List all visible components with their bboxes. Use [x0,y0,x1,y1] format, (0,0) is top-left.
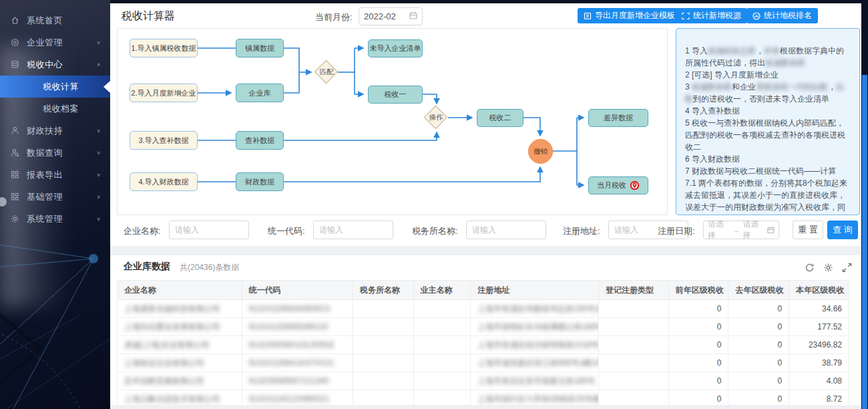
fullscreen-icon[interactable] [842,263,853,273]
instruction-line: 7.1 两个表都有的数据，分别将其8个税加起来减去留抵退，其误差小于一的直接进税… [685,177,851,215]
flow-match-diamond[interactable]: 匹配 [314,60,339,84]
column-header: 本年区级税收 [789,281,849,300]
sidebar-item-tax-center[interactable]: 税收中心∧ [0,53,110,76]
flow-tax-two[interactable]: 税收二 [477,109,523,127]
gear-icon[interactable] [823,263,834,273]
filter-reg-date-label: 注册日期: [658,225,695,237]
table-cell: 9131011956343505CX [242,300,353,318]
sidebar-item-label: 企业管理 [27,37,96,49]
instruction-line: 2 [可选] 导入月度新增企业 [685,69,851,81]
table-cell: 鼎诚(上海)实业有限公司 [118,336,242,354]
instruction-line: 4 导入查补数据 [685,105,851,117]
refresh-icon[interactable] [805,263,815,273]
table-cell [353,318,413,336]
location-pin-icon [630,180,640,190]
current-month-input[interactable]: 2022-02 [359,7,423,25]
calendar-icon [767,226,775,234]
sidebar-item-tax-archive[interactable]: 税收档案 [0,98,110,120]
table-row: 上海盛基生物科技有限公司9131011956343505CX上海市青浦区华新镇华… [118,300,849,318]
flow-tax-one[interactable]: 税收一 [368,86,423,104]
table-title: 企业库数据 [124,261,170,273]
sidebar-item-report-export[interactable]: 报表导出∨ [0,164,110,186]
table-cell: 38.79 [789,354,849,372]
query-icon [11,148,20,158]
chevron-down-icon: ∨ [96,194,101,200]
current-month-label: 当前月份: [315,11,353,23]
table-cell: 上海市青浦区华新镇华志路155号1幢2层 [471,300,599,318]
flow-operate-diamond[interactable]: 操作 [424,106,448,130]
flow-import-monthly-new[interactable]: 2.导入月度新增企业 [130,84,198,102]
sidebar-item-home[interactable]: 系统首页 [0,9,110,31]
table-cell [413,354,471,372]
flow-import-check-data[interactable]: 3.导入查补数据 [130,131,198,150]
filter-tax-office-input[interactable] [466,221,546,239]
table-cell: 0 [728,300,789,318]
sidebar-item-data-query[interactable]: 数据查询∨ [0,142,110,164]
rank-chart-icon [752,12,761,20]
flow-finance-data[interactable]: 财政数据 [236,172,284,191]
flow-diff-data[interactable]: 差异数据 [588,109,648,127]
table-cell [413,372,471,390]
table-cell: 苏州启航贸易有限公司 [118,372,242,390]
table-cell: 上海市青浦区徐泾镇明珠路1018号 [471,336,599,354]
flow-company-lib[interactable]: 企业库 [236,84,284,102]
sidebar-item-finance-support[interactable]: 财政扶持∨ [0,120,110,142]
filter-reg-date-range[interactable]: 请选择 → 请选择 [703,221,779,239]
current-month-value: 2022-02 [364,11,396,21]
table-cell [353,300,413,318]
sidebar-item-label: 基础管理 [27,191,96,203]
flow-current-month-tax[interactable]: 当月税收 [588,176,648,194]
table-cell: 91310115MA1K47XX21 [242,354,353,372]
filter-company-name-input[interactable] [169,221,249,239]
instructions-panel: 1 导入镇属税收总表，并按根据数据字典中的所属性代码过滤，得出镇属数据表2 [可… [676,28,860,215]
table-cell: 4.08 [789,372,849,390]
sidebar-item-base-manage[interactable]: 基础管理∨ [0,186,110,208]
page-title: 税收计算器 [122,9,175,23]
column-header: 注册地址 [471,281,599,300]
table-cell [413,300,471,318]
flow-check-data[interactable]: 查补数据 [236,131,284,150]
flow-import-finance-data[interactable]: 4.导入财政数据 [130,172,198,191]
sidebar-item-system-manage[interactable]: 系统管理∨ [0,208,110,230]
app-window: 系统首页企业管理∨税收中心∧税收计算税收档案财政扶持∨数据查询∨报表导出∨基础管… [0,0,868,409]
flow-not-imported-list[interactable]: 未导入企业清单 [368,39,423,57]
sidebar-item-label: 系统管理 [27,213,96,225]
column-header: 统一代码 [242,281,353,300]
table-cell: 913205085557121340 [242,372,353,390]
table-row: 苏州启航贸易有限公司913205085557121340上海市嘉定区安亭镇墨玉路… [118,372,849,390]
grid-icon [11,192,20,202]
filter-reg-address-label: 注册地址: [563,225,600,237]
sidebar-item-tax-calc[interactable]: 税收计算 [0,76,110,98]
flow-town-data[interactable]: 镇属数据 [236,39,284,57]
table-cell: 0 [668,372,728,390]
export-template-button[interactable]: 导出月度新增企业模板 [578,8,681,23]
chevron-down-icon: ∨ [96,40,101,45]
table-row: 上海铭达实业有限公司91310115MA1K47XX21上海市浦东新区张江路66… [118,354,849,372]
table-cell: 23496.82 [789,336,849,354]
sidebar-item-label: 税收计算 [43,81,101,93]
search-button[interactable]: 查 询 [827,221,858,239]
column-header: 企业名称 [118,281,242,300]
sidebar-item-label: 数据查询 [27,147,96,159]
chevron-down-icon: ∨ [96,172,101,178]
table-cell: 0 [668,336,728,354]
table-cell [353,372,413,390]
main-content: 税收计算器 当前月份: 2022-02 导出月度新增企业模板 统计新增税源 统计… [110,3,861,409]
page-scrollbar-thumb[interactable] [862,75,867,409]
stat-tax-rank-button[interactable]: 统计地税排名 [746,8,818,23]
sidebar-submenu-tax-center: 税收计算税收档案 [0,76,110,120]
reset-button[interactable]: 重 置 [793,221,823,239]
table-cell: 0 [728,318,789,336]
filter-company-name-label: 企业名称: [124,225,161,237]
table-cell: 177.52 [789,318,849,336]
sidebar-item-label: 报表导出 [27,169,96,181]
table-cell: 上海恒信置业发展有限公司 [118,318,242,336]
table-cell: 34.66 [789,300,849,318]
table-cell [598,372,668,390]
flow-revoke-circle[interactable]: 撤销 [528,139,553,164]
stat-new-tax-source-button[interactable]: 统计新增税源 [676,8,747,23]
sidebar-item-company[interactable]: 企业管理∨ [0,31,110,53]
filter-unified-code-input[interactable] [313,221,393,239]
column-header: 去年区级税收 [728,281,789,300]
flow-import-town-tax[interactable]: 1.导入镇属税收数据 [130,39,198,57]
